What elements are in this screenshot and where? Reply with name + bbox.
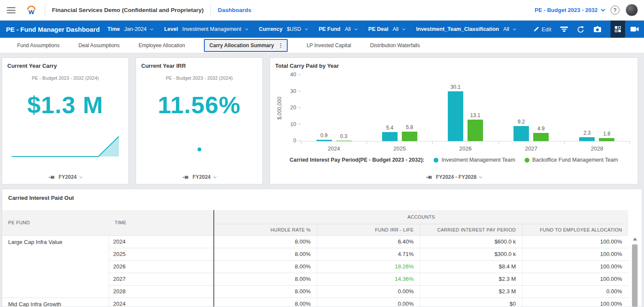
filter-currency[interactable]: Currency$USD [259, 26, 307, 32]
table-row[interactable]: Large Cap Infra Value20248.00%6.40%$600.… [2, 235, 628, 248]
filter-level[interactable]: LevelInvestment Management [164, 26, 248, 32]
total-carry-chart-card[interactable]: Total Carry Paid by Year $,000,000 01020… [270, 57, 638, 184]
filter-value: All [503, 26, 509, 32]
x-tick-label: 2028 [564, 145, 630, 152]
bar-2027[interactable]: 9.2 [513, 119, 529, 141]
x-tick-label: 2027 [498, 145, 564, 152]
snapshot-button[interactable] [593, 26, 601, 33]
toolbar-filters: TimeJan-2024LevelInvestment ManagementCu… [107, 26, 516, 32]
carry-value: $1.3 M [2, 91, 128, 119]
bar-value-label: 2.3 [583, 130, 591, 136]
video-camera-icon [630, 26, 639, 32]
workspace-title: Financial Services Demo (Confidential an… [52, 7, 204, 13]
grid-view-button[interactable] [611, 21, 625, 38]
edit-button[interactable]: Edit [533, 26, 551, 33]
col-header-time[interactable]: TIME [109, 210, 214, 235]
legend-item[interactable]: Backoffice Fund Management Team [525, 157, 618, 163]
trend-sparkline [12, 134, 119, 157]
refresh-button[interactable] [577, 26, 584, 33]
filter-investment-team-classification[interactable]: Investment_Team_ClassificationAll [416, 26, 516, 32]
legend-title: Carried Interest Pay Period(PE - Budget … [289, 157, 424, 163]
bar-2024[interactable]: 0.9 [316, 132, 332, 141]
bar[interactable] [316, 140, 332, 141]
col-header-pe-fund[interactable]: PE FUND [2, 210, 109, 235]
period-selector[interactable]: FY2024 [2, 174, 128, 180]
table-row[interactable]: Mid Cap Infra Growth20248.00%0.00%$0100.… [2, 298, 628, 307]
cell-carried: $8.4 M [420, 260, 522, 273]
workiva-logo[interactable]: w [25, 6, 38, 15]
period-selector[interactable]: FY2024 - FY2028 [270, 174, 638, 180]
hamburger-menu-icon[interactable] [7, 7, 15, 13]
bar[interactable] [533, 133, 549, 141]
bar-2024[interactable]: 0.3 [336, 133, 352, 141]
cell-carried: $600.0 k [420, 235, 522, 248]
bar[interactable] [468, 120, 483, 141]
filter-pe-fund[interactable]: PE FundAll [319, 26, 357, 32]
bar-value-label: 0.3 [340, 133, 347, 139]
bar-group-2024: 0.90.3 [301, 75, 367, 141]
current-year-irr-card[interactable]: Current Year IRR PE - Budget 2023 - 2032… [136, 57, 263, 184]
cell-hurdle: 8.00% [214, 235, 317, 248]
filter-time[interactable]: TimeJan-2024 [107, 26, 153, 32]
chevron-down-icon [79, 175, 82, 178]
filter-pe-deal[interactable]: PE DealAll [368, 26, 405, 32]
grid-view-icon [614, 26, 621, 33]
current-year-carry-card[interactable]: Current Year Carry PE - Budget 2023 - 20… [2, 57, 129, 184]
dashboards-link[interactable]: Dashboards [218, 7, 251, 13]
table-scrollbar[interactable] [632, 236, 638, 307]
scrollbar-thumb[interactable] [632, 244, 638, 307]
cell-alloc: 100.00% [522, 248, 628, 260]
chart-title: Total Carry Paid by Year [270, 58, 638, 69]
y-axis-label: $,000,000 [274, 75, 285, 141]
bar[interactable] [382, 132, 398, 141]
bar-value-label: 5.4 [386, 125, 393, 131]
cell-irr: 0.00% [317, 298, 420, 307]
cell-hurdle: 8.00% [214, 273, 317, 285]
legend-item[interactable]: Investment Management Team [434, 157, 515, 163]
period-selector[interactable]: FY2024 [136, 174, 262, 180]
bar-2026[interactable]: 30.1 [448, 84, 463, 141]
bar-2028[interactable]: 2.3 [579, 130, 595, 141]
filter-label: Time [107, 26, 120, 32]
tab-label: Distribution Waterfalls [370, 42, 420, 48]
bar-value-label: 30.1 [450, 84, 460, 90]
x-axis-line [301, 141, 630, 141]
bar-2028[interactable]: 1.8 [599, 131, 614, 141]
cell-time: 2024 [109, 235, 214, 248]
tab-fund-assumptions[interactable]: Fund Assumptions [17, 42, 60, 48]
filter-button[interactable] [560, 26, 568, 33]
bar-2025[interactable]: 5.8 [402, 124, 417, 141]
table-body: Large Cap Infra Value20248.00%6.40%$600.… [2, 235, 628, 307]
bar[interactable] [402, 132, 417, 141]
bar-value-label: 9.2 [518, 119, 525, 125]
y-tick: 0 [293, 138, 301, 144]
user-avatar[interactable] [626, 4, 638, 16]
budget-selector[interactable]: PE - Budget 2023 - 2032 [535, 7, 605, 13]
tab-lp-invested-capital[interactable]: LP Invested Capital [307, 42, 351, 48]
col-header-carried-interest[interactable]: CARRIED INTEREST PAY PERIOD [420, 224, 522, 235]
presentation-button[interactable] [625, 21, 644, 38]
y-axis: 010203040 [285, 75, 301, 141]
tab-label: Carry Allocation Summary [210, 42, 274, 48]
bar-2025[interactable]: 5.4 [382, 125, 398, 141]
help-icon[interactable]: ? [611, 6, 620, 15]
bar-2026[interactable]: 13.1 [468, 112, 483, 141]
scroll-up-arrow-icon[interactable] [633, 238, 637, 241]
col-header-hurdle-rate[interactable]: HURDLE RATE % [214, 224, 317, 235]
tab-carry-allocation-summary[interactable]: Carry Allocation Summary⋮ [204, 39, 288, 52]
tab-menu-kebab-icon[interactable]: ⋮ [278, 43, 283, 48]
legend-dot-icon [434, 158, 438, 163]
bar[interactable] [336, 141, 352, 141]
col-header-fund-irr[interactable]: FUND IRR - LIFE [317, 224, 420, 235]
bar[interactable] [513, 126, 529, 141]
tab-deal-assumptions[interactable]: Deal Assumptions [79, 42, 120, 48]
bar[interactable] [448, 91, 463, 141]
tab-label: Employee Allocation [139, 42, 185, 48]
tab-distribution-waterfalls[interactable]: Distribution Waterfalls [370, 42, 420, 48]
bar[interactable] [599, 138, 614, 141]
tab-employee-allocation[interactable]: Employee Allocation [139, 42, 185, 48]
cell-pe-fund: Mid Cap Infra Growth [2, 298, 109, 307]
col-header-fund-to-employee[interactable]: FUND TO EMPLOYEE ALLOCATION [522, 224, 628, 235]
bar[interactable] [579, 137, 595, 141]
bar-2027[interactable]: 4.9 [533, 126, 549, 141]
